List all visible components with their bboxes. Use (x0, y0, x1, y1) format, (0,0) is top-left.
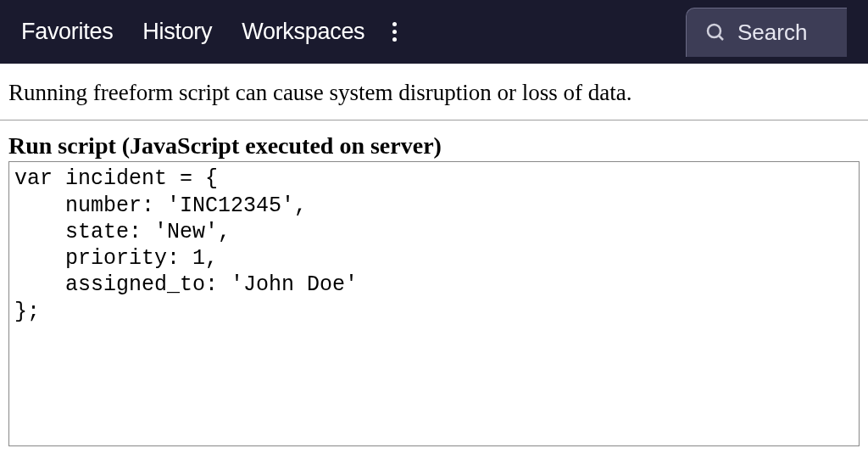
script-editor[interactable]: var incident = { number: 'INC12345', sta… (8, 161, 860, 446)
dot-icon (392, 30, 397, 34)
nav-favorites[interactable]: Favorites (21, 19, 113, 45)
svg-line-1 (719, 36, 723, 40)
nav-history[interactable]: History (142, 19, 212, 45)
search-icon (705, 22, 726, 42)
dot-icon (392, 37, 397, 42)
script-section: Run script (JavaScript executed on serve… (0, 120, 868, 446)
search-box[interactable]: Search (686, 8, 847, 57)
nav-workspaces[interactable]: Workspaces (242, 19, 364, 45)
top-nav: Favorites History Workspaces Search (0, 0, 868, 64)
dot-icon (392, 22, 397, 26)
script-heading: Run script (JavaScript executed on serve… (8, 132, 860, 160)
more-menu-icon[interactable] (387, 17, 402, 47)
search-label: Search (737, 20, 807, 46)
svg-point-0 (708, 25, 721, 37)
warning-bar: Running freeform script can cause system… (0, 64, 868, 120)
